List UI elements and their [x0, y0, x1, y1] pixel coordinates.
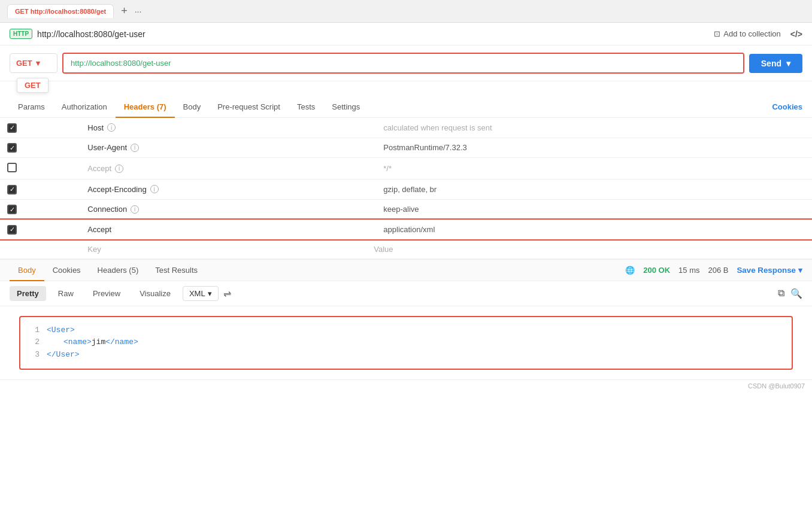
tab-tests[interactable]: Tests	[289, 96, 323, 117]
response-tab-body[interactable]: Body	[10, 260, 44, 281]
row1-value: calculated when request is sent	[374, 123, 492, 132]
add-collection-label: Add to collection	[723, 29, 780, 38]
headers-table: ✓ Host i calculated when request is sent…	[0, 118, 812, 259]
save-response-chevron-icon: ▾	[798, 266, 802, 275]
cookies-link[interactable]: Cookies	[772, 102, 802, 111]
table-row: Accept i */*	[0, 158, 812, 180]
headers-section: ✓ Host i calculated when request is sent…	[0, 118, 812, 259]
info-icon[interactable]: i	[107, 123, 116, 132]
method-wrapper: GET ▾ GET	[10, 53, 57, 73]
url-input[interactable]	[63, 54, 743, 72]
footer: CSDN @Bulut0907	[0, 379, 812, 392]
tab-prerequest-script[interactable]: Pre-request Script	[209, 96, 289, 117]
table-row: ✓ Host i calculated when request is sent	[0, 118, 812, 138]
row3-checkbox[interactable]	[7, 163, 17, 172]
format-select[interactable]: XML ▾	[183, 286, 219, 301]
row5-value: keep-alive	[374, 205, 419, 214]
method-select[interactable]: GET ▾	[10, 53, 57, 73]
send-button[interactable]: Send ▾	[749, 54, 802, 73]
table-row: ✓ Connection i keep-alive	[0, 199, 812, 220]
info-icon[interactable]: i	[150, 185, 159, 193]
request-url-display: http://localhost:8080/get-user	[37, 29, 146, 39]
row3-value: */*	[374, 164, 392, 173]
response-tab-cookies[interactable]: Cookies	[44, 260, 89, 281]
line-number-3: 3	[30, 349, 40, 361]
code-snippet-button[interactable]: </>	[790, 29, 802, 39]
save-response-button[interactable]: Save Response ▾	[737, 266, 802, 275]
xml-name-close-tag: </name>	[105, 336, 138, 349]
table-row: ✓ User-Agent i PostmanRuntime/7.32.3	[0, 138, 812, 158]
tab-headers-label: Headers	[124, 102, 154, 111]
request-header-bar: HTTP http://localhost:8080/get-user ⊡ Ad…	[0, 23, 812, 45]
footer-text: CSDN @Bulut0907	[748, 382, 805, 390]
tab-bar: GET http://localhost:8080/get + ···	[7, 4, 141, 19]
more-options-button[interactable]: ···	[135, 7, 142, 16]
row6-value: application/xml	[374, 225, 435, 234]
key-placeholder: Key	[87, 245, 101, 254]
browser-chrome: GET http://localhost:8080/get + ···	[0, 0, 812, 23]
http-badge: HTTP	[10, 29, 32, 39]
row4-key: Accept-Encoding i	[87, 185, 359, 194]
active-tab[interactable]: GET http://localhost:8080/get	[7, 4, 114, 18]
info-icon[interactable]: i	[131, 144, 139, 152]
method-hint: GET	[17, 78, 812, 93]
xml-name-value: jim	[92, 336, 105, 349]
url-input-wrapper	[62, 53, 744, 74]
tab-authorization[interactable]: Authorization	[53, 96, 116, 117]
tab-method: GET http://localhost:8080/get	[15, 8, 106, 15]
xml-user-close-tag: </User>	[47, 349, 80, 361]
xml-user-open-tag: <User>	[47, 324, 75, 337]
tab-headers[interactable]: Headers (7)	[116, 96, 175, 117]
response-action-icons: ⧉ 🔍	[778, 288, 802, 299]
request-title: HTTP http://localhost:8080/get-user	[10, 29, 146, 39]
row6-checkbox[interactable]: ✓	[7, 225, 17, 235]
format-visualize-button[interactable]: Visualize	[132, 286, 178, 301]
response-status-bar: 🌐 200 OK 15 ms 206 B Save Response ▾	[625, 266, 802, 275]
row4-checkbox[interactable]: ✓	[7, 185, 17, 194]
send-label: Send	[761, 59, 781, 68]
wrap-button[interactable]: ⇌	[223, 288, 231, 299]
code-line-2-content: <name>jim</name>	[47, 336, 138, 349]
tab-settings[interactable]: Settings	[323, 96, 368, 117]
header-actions: ⊡ Add to collection </>	[714, 29, 802, 39]
response-size: 206 B	[708, 266, 728, 275]
row5-key: Connection i	[87, 205, 359, 214]
response-format-bar: Pretty Raw Preview Visualize XML ▾ ⇌ ⧉ 🔍	[0, 281, 812, 306]
collection-icon: ⊡	[714, 29, 720, 38]
response-body: 1 <User> 2 <name>jim</name> 3 </User>	[0, 306, 812, 379]
code-line-2: 2 <name>jim</name>	[30, 336, 782, 349]
new-tab-button[interactable]: +	[117, 4, 131, 19]
search-response-button[interactable]: 🔍	[790, 288, 802, 299]
tab-headers-badge: (7)	[157, 102, 166, 111]
format-select-label: XML	[189, 289, 205, 298]
format-chevron-icon: ▾	[208, 289, 212, 298]
line-number-1: 1	[30, 324, 40, 337]
copy-response-button[interactable]: ⧉	[778, 288, 784, 299]
row5-checkbox[interactable]: ✓	[7, 205, 17, 214]
info-icon[interactable]: i	[131, 205, 139, 214]
method-chevron-icon: ▾	[36, 59, 40, 68]
url-bar: GET ▾ GET Send ▾	[0, 45, 812, 81]
code-line-1: 1 <User>	[30, 324, 782, 337]
row1-key: Host i	[87, 123, 359, 132]
response-tabs-bar: Body Cookies Headers (5) Test Results 🌐 …	[0, 259, 812, 281]
code-view: 1 <User> 2 <name>jim</name> 3 </User>	[19, 316, 793, 370]
format-raw-button[interactable]: Raw	[51, 286, 81, 301]
row4-value: gzip, deflate, br	[374, 185, 437, 194]
tab-body[interactable]: Body	[175, 96, 210, 117]
row6-key: Accept	[87, 225, 359, 234]
add-to-collection-button[interactable]: ⊡ Add to collection	[714, 29, 780, 38]
info-icon[interactable]: i	[115, 165, 123, 173]
format-preview-button[interactable]: Preview	[86, 286, 128, 301]
row2-value: PostmanRuntime/7.32.3	[374, 143, 466, 152]
tab-params[interactable]: Params	[10, 96, 53, 117]
row1-checkbox[interactable]: ✓	[7, 123, 17, 133]
request-tabs-bar: Params Authorization Headers (7) Body Pr…	[0, 96, 812, 118]
format-pretty-button[interactable]: Pretty	[10, 286, 46, 301]
response-tab-headers[interactable]: Headers (5)	[89, 260, 147, 281]
send-chevron-icon: ▾	[786, 59, 790, 68]
response-time: 15 ms	[678, 266, 699, 275]
row2-checkbox[interactable]: ✓	[7, 143, 17, 153]
method-label: GET	[16, 59, 32, 68]
response-tab-test-results[interactable]: Test Results	[147, 260, 206, 281]
